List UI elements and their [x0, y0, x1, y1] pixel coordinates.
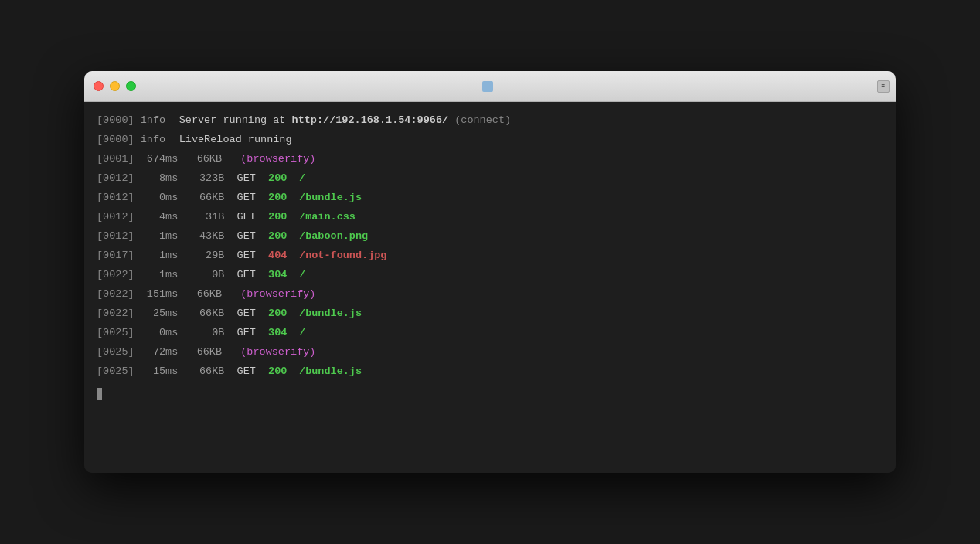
line-timing: 1ms — [141, 227, 191, 246]
folder-icon — [482, 81, 493, 92]
line-level: info — [141, 111, 179, 131]
line-extra: (connect) — [454, 111, 511, 131]
line-method: GET — [237, 227, 269, 246]
line-timing: 674ms — [141, 150, 191, 169]
line-path: /main.css — [299, 208, 356, 227]
window-title — [482, 81, 498, 92]
line-method: GET — [237, 169, 269, 189]
terminal-window: ≡ [0000] info Server running at http://1… — [84, 71, 896, 473]
terminal-line: [0022] 1ms 0B GET 304 / — [97, 266, 883, 285]
line-id: [0012] — [97, 208, 141, 227]
line-size: 0B — [191, 324, 237, 343]
line-status: 200 — [268, 189, 299, 208]
line-status: 200 — [268, 227, 299, 246]
line-timing: 15ms — [141, 362, 191, 382]
line-browserify: (browserify) — [240, 285, 315, 304]
terminal-line: [0022] 25ms 66KB GET 200 /bundle.js — [97, 304, 883, 324]
line-id: [0022] — [97, 266, 141, 285]
terminal-line: [0012] 1ms 43KB GET 200 /baboon.png — [97, 227, 883, 246]
line-status: 200 — [268, 304, 299, 324]
line-size: 66KB — [191, 189, 237, 208]
line-timing: 1ms — [141, 266, 191, 285]
traffic-lights — [94, 81, 136, 91]
line-id: [0022] — [97, 304, 141, 324]
line-size: 66KB — [191, 150, 241, 169]
line-status: 304 — [268, 324, 299, 343]
line-id: [0012] — [97, 169, 141, 189]
terminal-line: [0012] 4ms 31B GET 200 /main.css — [97, 208, 883, 227]
line-method: GET — [237, 189, 269, 208]
line-id: [0017] — [97, 246, 141, 266]
line-method: GET — [237, 266, 269, 285]
terminal-line: [0025] 0ms 0B GET 304 / — [97, 324, 883, 343]
line-browserify: (browserify) — [240, 150, 315, 169]
line-size: 31B — [191, 208, 237, 227]
line-path: /not-found.jpg — [299, 246, 386, 266]
line-status: 304 — [268, 266, 299, 285]
line-size: 0B — [191, 266, 237, 285]
line-timing: 72ms — [141, 343, 191, 362]
line-id: [0025] — [97, 343, 141, 362]
line-timing: 151ms — [141, 285, 191, 304]
line-timing: 4ms — [141, 208, 191, 227]
line-browserify: (browserify) — [240, 343, 315, 362]
terminal-line: [0000] info LiveReload running — [97, 131, 883, 150]
line-path: /bundle.js — [299, 189, 362, 208]
line-id: [0025] — [97, 362, 141, 382]
line-id: [0022] — [97, 285, 141, 304]
line-size: 66KB — [191, 362, 237, 382]
terminal-line: [0012] 8ms 323B GET 200 / — [97, 169, 883, 189]
line-timing: 0ms — [141, 324, 191, 343]
cursor — [97, 388, 102, 400]
terminal-line: [0000] info Server running at http://192… — [97, 111, 883, 131]
minimize-button[interactable] — [110, 81, 120, 91]
line-path: /baboon.png — [299, 227, 368, 246]
line-size: 43KB — [191, 227, 237, 246]
line-path: /bundle.js — [299, 304, 362, 324]
line-status: 200 — [268, 208, 299, 227]
line-text: LiveReload running — [179, 131, 292, 150]
line-id: [0012] — [97, 227, 141, 246]
line-method: GET — [237, 362, 269, 382]
line-status: 200 — [268, 169, 299, 189]
terminal-output[interactable]: [0000] info Server running at http://192… — [84, 102, 896, 473]
line-id: [0000] — [97, 131, 141, 150]
line-id: [0001] — [97, 150, 141, 169]
line-timing: 0ms — [141, 189, 191, 208]
line-size: 29B — [191, 246, 237, 266]
line-status: 404 — [268, 246, 299, 266]
line-path: / — [299, 324, 305, 343]
titlebar: ≡ — [84, 71, 896, 102]
line-id: [0025] — [97, 324, 141, 343]
terminal-line: [0017] 1ms 29B GET 404 /not-found.jpg — [97, 246, 883, 266]
line-id: [0012] — [97, 189, 141, 208]
terminal-line: [0001] 674ms 66KB (browserify) — [97, 150, 883, 169]
close-button[interactable] — [94, 81, 104, 91]
terminal-line: [0022] 151ms 66KB (browserify) — [97, 285, 883, 304]
line-level: info — [141, 131, 179, 150]
terminal-line: [0012] 0ms 66KB GET 200 /bundle.js — [97, 189, 883, 208]
line-timing: 1ms — [141, 246, 191, 266]
line-size: 66KB — [191, 285, 241, 304]
line-size: 66KB — [191, 343, 241, 362]
terminal-line: [0025] 72ms 66KB (browserify) — [97, 343, 883, 362]
line-method: GET — [237, 246, 269, 266]
line-id: [0000] — [97, 111, 141, 131]
line-timing: 25ms — [141, 304, 191, 324]
line-status: 200 — [268, 362, 299, 382]
line-method: GET — [237, 208, 269, 227]
line-timing: 8ms — [141, 169, 191, 189]
line-path: /bundle.js — [299, 362, 362, 382]
line-method: GET — [237, 304, 269, 324]
line-size: 66KB — [191, 304, 237, 324]
line-method: GET — [237, 324, 269, 343]
terminal-line: [0025] 15ms 66KB GET 200 /bundle.js — [97, 362, 883, 382]
line-path: / — [299, 266, 305, 285]
scrollbar-button[interactable]: ≡ — [877, 80, 890, 93]
line-text: Server running at http://192.168.1.54:99… — [179, 111, 454, 131]
line-size: 323B — [191, 169, 237, 189]
line-path: / — [299, 169, 305, 189]
maximize-button[interactable] — [126, 81, 136, 91]
